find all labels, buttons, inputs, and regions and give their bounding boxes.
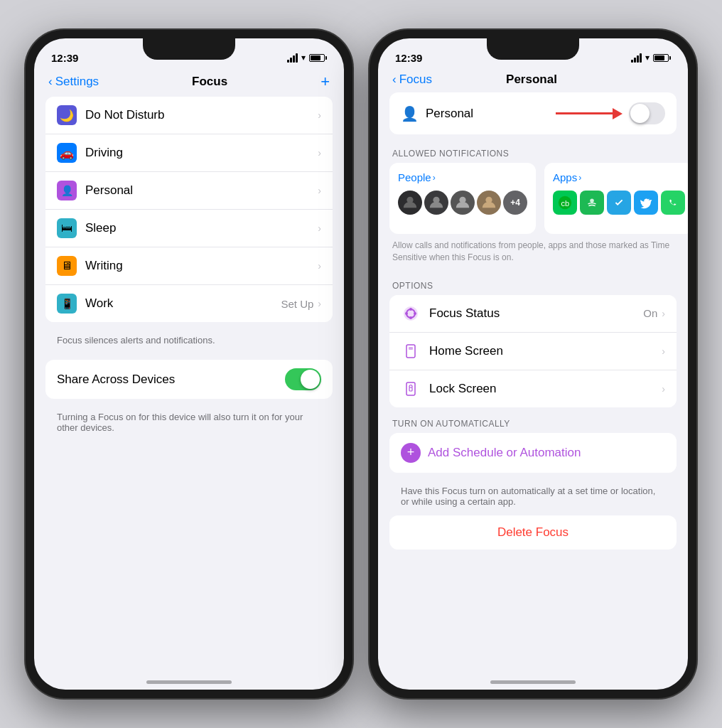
- notch-right: [487, 38, 579, 60]
- app-icon-telegram: [607, 191, 631, 215]
- battery-icon-right: [653, 54, 671, 62]
- allowed-notifications-label: ALLOWED NOTIFICATIONS: [389, 149, 677, 159]
- nav-title-right: Personal: [506, 73, 557, 87]
- svg-rect-18: [409, 347, 413, 350]
- focus-item-sleep[interactable]: 🛏 Sleep ›: [45, 210, 333, 247]
- svg-point-10: [667, 196, 679, 209]
- apps-card[interactable]: Apps › cb: [544, 163, 688, 234]
- wifi-icon-right: ▾: [645, 53, 650, 63]
- chevron-right-icon: ›: [662, 346, 665, 357]
- back-button-right[interactable]: ‹ Focus: [392, 73, 432, 87]
- back-button-left[interactable]: ‹ Settings: [48, 75, 99, 89]
- share-label: Share Across Devices: [57, 373, 285, 387]
- nav-bar-right: ‹ Focus Personal: [378, 70, 688, 92]
- back-label-right: Focus: [399, 73, 432, 87]
- add-schedule-section: + Add Schedule or Automation: [389, 433, 677, 473]
- svg-point-7: [590, 199, 594, 203]
- lock-screen-label: Lock Screen: [429, 382, 662, 396]
- turn-on-auto-label: TURN ON AUTOMATICALLY: [389, 419, 677, 429]
- work-detail: Set Up: [281, 298, 313, 310]
- chevron-right-icon: ›: [318, 298, 321, 309]
- people-card[interactable]: People ›: [389, 163, 536, 234]
- sleep-icon: 🛏: [57, 218, 77, 238]
- personal-header-icon: 👤: [401, 105, 419, 122]
- chevron-left-icon: ‹: [48, 75, 53, 89]
- time-right: 12:39: [395, 52, 422, 64]
- svg-rect-19: [406, 382, 415, 395]
- svg-rect-20: [409, 387, 412, 391]
- home-bar-right: [490, 680, 576, 684]
- driving-icon: 🚗: [57, 143, 77, 163]
- toggle-with-arrow: [629, 102, 665, 124]
- personal-icon: 👤: [57, 181, 77, 200]
- avatar-count: +4: [503, 191, 527, 215]
- app-icon-twitter: [634, 191, 658, 215]
- focus-list: 🌙 Do Not Disturb › 🚗 Driving › 👤 Persona…: [45, 97, 333, 322]
- delete-focus-button[interactable]: Delete Focus: [401, 525, 665, 540]
- svg-point-16: [414, 312, 416, 315]
- writing-label: Writing: [85, 259, 318, 273]
- add-schedule-label: Add Schedule or Automation: [428, 446, 581, 460]
- left-phone: 12:39 ▾ ‹: [26, 30, 352, 698]
- home-screen-item[interactable]: Home Screen ›: [389, 333, 677, 370]
- chevron-right-icon: ›: [318, 185, 321, 196]
- notch: [143, 38, 235, 60]
- do-not-disturb-label: Do Not Disturb: [85, 108, 318, 122]
- wifi-icon: ▾: [301, 53, 306, 63]
- share-footer: Turning a Focus on for this device will …: [45, 407, 333, 441]
- share-toggle[interactable]: [285, 368, 321, 390]
- home-bar-left: [146, 680, 232, 684]
- notifications-grid: People ›: [389, 163, 677, 234]
- focus-item-writing[interactable]: 🖥 Writing ›: [45, 247, 333, 285]
- delete-focus-section: Delete Focus: [389, 515, 677, 550]
- back-label-left: Settings: [55, 75, 99, 89]
- focus-status-label: Focus Status: [429, 306, 643, 321]
- app-icons-row: cb: [553, 191, 685, 215]
- do-not-disturb-icon: 🌙: [57, 105, 77, 125]
- svg-point-14: [409, 316, 412, 319]
- focus-status-item[interactable]: Focus Status On ›: [389, 295, 677, 333]
- chevron-right-icon: ›: [318, 109, 321, 121]
- personal-toggle-row: 👤 Personal: [389, 92, 677, 134]
- work-label: Work: [85, 296, 281, 311]
- app-icon-spotify: [580, 191, 604, 215]
- lock-screen-icon: [401, 379, 421, 399]
- focus-list-footer: Focus silences alerts and notifications.: [45, 331, 333, 354]
- auto-description: Have this Focus turn on automatically at…: [389, 481, 677, 515]
- time-left: 12:39: [51, 52, 78, 64]
- focus-item-work[interactable]: 📱 Work Set Up ›: [45, 285, 333, 322]
- nav-bar-left: ‹ Settings Focus +: [34, 70, 344, 97]
- work-icon: 📱: [57, 294, 77, 314]
- options-label: OPTIONS: [389, 281, 677, 291]
- signal-icon-right: [631, 53, 642, 63]
- status-icons-left: ▾: [287, 53, 327, 63]
- focus-item-driving[interactable]: 🚗 Driving ›: [45, 134, 333, 172]
- personal-toggle[interactable]: [629, 102, 665, 124]
- focus-item-do-not-disturb[interactable]: 🌙 Do Not Disturb ›: [45, 97, 333, 134]
- apps-card-title: Apps ›: [553, 171, 685, 183]
- right-phone: 12:39 ▾ ‹: [370, 30, 696, 698]
- driving-label: Driving: [85, 146, 318, 160]
- focus-status-detail: On: [643, 307, 657, 319]
- svg-text:cb: cb: [561, 199, 570, 208]
- chevron-left-icon-right: ‹: [392, 73, 397, 87]
- app-icon-1: cb: [553, 191, 577, 215]
- people-avatars: +4: [398, 191, 527, 215]
- add-button[interactable]: +: [320, 73, 330, 91]
- home-screen-icon: [401, 341, 421, 361]
- avatar-2: [424, 191, 448, 215]
- nav-title-left: Focus: [192, 75, 227, 89]
- sleep-label: Sleep: [85, 221, 318, 235]
- notif-description: Allow calls and notifications from peopl…: [389, 234, 677, 269]
- focus-status-icon: [401, 304, 421, 323]
- personal-header-left: 👤 Personal: [401, 105, 473, 122]
- add-schedule-icon: +: [401, 443, 421, 463]
- chevron-right-icon: ›: [662, 383, 665, 395]
- personal-header-section: 👤 Personal: [389, 92, 677, 134]
- lock-screen-item[interactable]: Lock Screen ›: [389, 370, 677, 407]
- battery-icon: [309, 54, 327, 62]
- avatar-photo: [477, 191, 501, 215]
- add-schedule-button[interactable]: + Add Schedule or Automation: [389, 433, 677, 473]
- share-across-devices-item[interactable]: Share Across Devices: [45, 360, 333, 399]
- focus-item-personal[interactable]: 👤 Personal ›: [45, 172, 333, 210]
